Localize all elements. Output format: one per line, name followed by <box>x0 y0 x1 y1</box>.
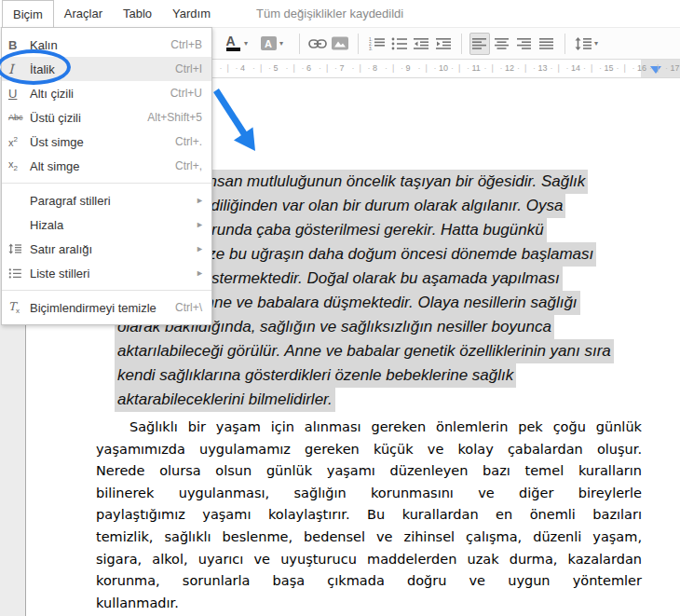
ruler-tick: · <box>583 63 586 73</box>
menu-item-biçimlendirmeyi-temizle[interactable]: TxBiçimlendirmeyi temizleCtrl+\ <box>2 295 211 320</box>
ruler-tick: | <box>360 63 361 73</box>
text-color-button[interactable]: A <box>223 33 243 55</box>
text-line-selected: aktarabileceklerini bilmelidirler. <box>115 388 335 412</box>
indent-button[interactable] <box>433 33 454 55</box>
align-left-button[interactable] <box>469 33 490 55</box>
ruler-tick: · <box>500 63 503 73</box>
ruler-number: 16 <box>637 63 646 73</box>
justify-button[interactable] <box>537 33 557 55</box>
numbered-list-button[interactable]: 1.2.3. <box>366 33 387 55</box>
menu-item-label: Üst simge <box>30 135 175 149</box>
bullet-list-button[interactable] <box>388 33 409 55</box>
caret-down-icon[interactable]: ▾ <box>244 39 253 48</box>
align-center-button[interactable] <box>492 33 512 55</box>
text-line: kullanmadır. <box>96 593 642 615</box>
body-paragraph[interactable]: Sağlıklı bir yaşam için alınması gereken… <box>96 417 642 614</box>
ruler-tick: | <box>492 63 494 73</box>
ruler-tick: · <box>334 63 337 73</box>
underline-icon: U <box>8 87 17 101</box>
text-line: korunma, sorunlarla başa çıkmada doğru v… <box>96 570 642 593</box>
justify-icon <box>539 37 554 50</box>
bullet-list-icon <box>8 267 21 279</box>
ruler-tick: · <box>533 63 536 73</box>
highlight-color-icon: A <box>261 36 277 50</box>
ruler-tick: | <box>326 63 328 73</box>
menu-item-liste-stilleri[interactable]: Liste stilleri► <box>2 261 211 285</box>
caret-down-icon[interactable]: ▾ <box>279 39 289 48</box>
menu-item-alt-simge[interactable]: x2Alt simgeCtrl+, <box>2 154 211 178</box>
ruler-tick: · <box>484 63 487 73</box>
ruler-number: 8 <box>373 63 377 73</box>
ruler-tick: | <box>524 63 526 73</box>
ruler-number: 7 <box>340 63 345 73</box>
ruler-tick: | <box>392 63 394 73</box>
line-spacing-button[interactable] <box>573 33 593 55</box>
menu-item-label: Kalın <box>30 38 170 52</box>
toolbar-separator <box>461 34 462 54</box>
ruler-number: 15 <box>605 63 614 73</box>
ruler-tick: · <box>632 63 635 73</box>
ruler-number: 12 <box>505 63 514 73</box>
clear-formatting-icon: Tx <box>8 300 20 315</box>
insert-link-icon <box>308 36 327 51</box>
outdent-button[interactable] <box>411 33 431 55</box>
annotation-arrow-icon <box>205 85 263 157</box>
ruler-tick: | <box>591 63 592 73</box>
app-window: Sağlık, insan mutluluğunun öncelik taşıy… <box>0 0 680 616</box>
ruler-number: 13 <box>538 63 548 73</box>
ruler-tick: · <box>352 63 355 73</box>
svg-text:3.: 3. <box>369 47 373 50</box>
line-spacing-icon <box>575 37 592 50</box>
ruler-tick: · <box>286 63 289 73</box>
menu-separator <box>2 290 211 291</box>
line-spacing-icon <box>8 243 21 254</box>
ruler-tick: · <box>566 63 569 73</box>
ruler-tick: · <box>302 63 305 73</box>
menu-item-shortcut: Ctrl+B <box>170 38 211 51</box>
menu-item-label: Paragraf stilleri <box>30 194 196 208</box>
menu-item-satır-aralığı[interactable]: Satır aralığı► <box>2 237 211 261</box>
menubar-item-araçlar[interactable]: Araçlar <box>54 1 113 26</box>
menu-item-label: Liste stilleri <box>30 267 196 281</box>
menubar-item-biçim[interactable]: Biçim <box>2 0 54 27</box>
subscript-icon: x2 <box>8 158 18 172</box>
insert-link-button[interactable] <box>307 33 328 55</box>
bold-icon: B <box>8 38 17 52</box>
toolbar-separator <box>564 34 565 54</box>
text-line: temizlik, sağlıklı beslenme, bedensel ve… <box>96 527 642 549</box>
menubar-item-yardım[interactable]: Yardım <box>162 1 221 26</box>
ruler-tick: · <box>252 63 255 73</box>
highlight-color-button[interactable]: A <box>258 33 279 55</box>
bullet-list-icon <box>391 36 407 50</box>
menu-item-üst-simge[interactable]: x2Üst simgeCtrl+. <box>2 130 211 154</box>
menu-item-paragraf-stilleri[interactable]: Paragraf stilleri► <box>2 188 211 212</box>
submenu-arrow-icon: ► <box>196 268 211 278</box>
indent-icon <box>436 37 452 50</box>
menu-item-label: Altı çizili <box>30 87 170 101</box>
toolbar-separator <box>299 34 300 54</box>
ruler-tick: | <box>657 63 659 73</box>
menu-item-üstü-çizili[interactable]: AbcÜstü çiziliAlt+Shift+5 <box>2 105 211 130</box>
ruler-tick: · <box>368 63 371 73</box>
insert-image-button[interactable] <box>330 33 350 55</box>
ruler-tick: · <box>451 63 454 73</box>
menu-item-label: Biçimlendirmeyi temizle <box>30 301 175 315</box>
align-right-icon <box>517 37 532 50</box>
toolbar-separator <box>358 34 359 54</box>
ruler-number: 6 <box>306 63 311 73</box>
align-right-button[interactable] <box>514 33 535 55</box>
ruler-tick: · <box>319 63 321 73</box>
save-status-text: Tüm değişiklikler kaydedildi <box>256 7 403 21</box>
text-line-selected: aktarılabileceği görülür. Anne ve babala… <box>115 339 614 363</box>
text-line-selected: Sağlık, insan mutluluğunun öncelik taşıy… <box>149 170 588 194</box>
menu-item-label: Satır aralığı <box>30 242 196 256</box>
ruler-number: 10 <box>439 63 448 73</box>
submenu-arrow-icon: ► <box>196 220 211 229</box>
ruler-tick: · <box>551 63 553 73</box>
caret-down-icon[interactable]: ▾ <box>594 39 604 48</box>
menu-item-hizala[interactable]: Hizala► <box>2 212 211 237</box>
text-line: Sağlıklı bir yaşam için alınması gereken… <box>96 417 642 439</box>
ruler-tick: · <box>517 63 520 73</box>
align-left-icon <box>472 37 487 50</box>
menubar-item-tablo[interactable]: Tablo <box>113 1 162 26</box>
